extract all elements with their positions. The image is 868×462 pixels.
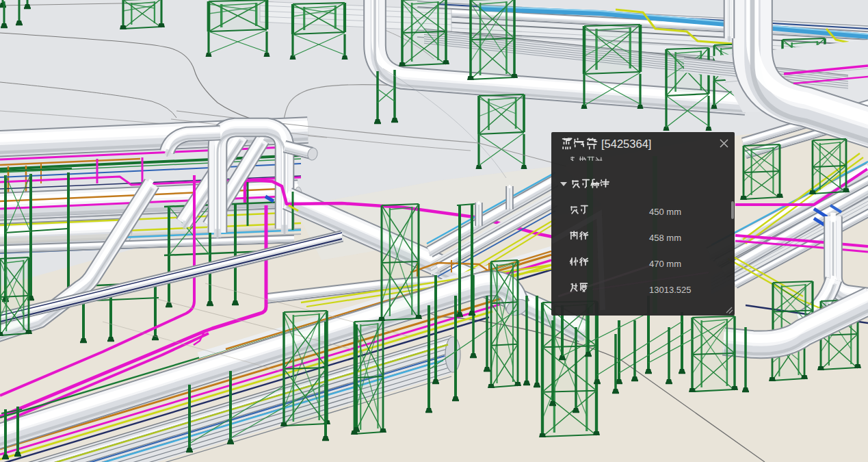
svg-text:458 mm: 458 mm [649, 233, 681, 243]
svg-text:[5425364]: [5425364] [601, 138, 651, 150]
svg-text:13013.525: 13013.525 [649, 285, 691, 295]
svg-text:470 mm: 470 mm [649, 259, 681, 269]
svg-text:450 mm: 450 mm [649, 207, 681, 217]
